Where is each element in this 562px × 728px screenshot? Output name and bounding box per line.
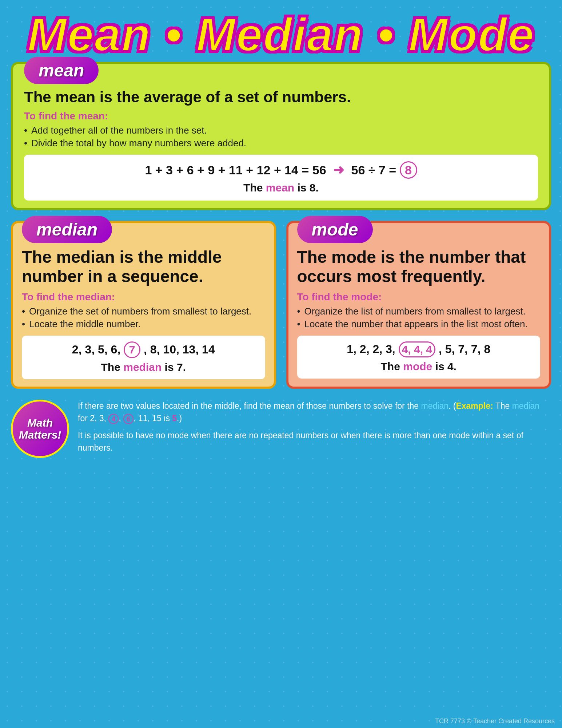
mean-badge: mean [24,57,99,84]
median-title: The median is the middle number in a seq… [22,248,265,286]
main-title: Mean • Median • Mode [7,11,555,58]
mode-bullet-1: Organize the list of numbers from smalle… [297,306,541,317]
median-middle-circled: 7 [124,341,140,358]
footer-notes: If there are two values located in the m… [78,400,551,459]
mode-group-circled: 4, 4, 4 [399,341,435,357]
mean-example-box: 1 + 3 + 6 + 9 + 11 + 12 + 14 = 56 ➜ 56 ÷… [24,155,538,201]
mean-result-suffix: is 8. [298,182,319,194]
mode-example-box: 1, 2, 2, 3, 4, 4, 4 , 5, 7, 7, 8 The mod… [297,336,541,379]
tcr-credit: TCR 7773 © Teacher Created Resources [435,717,555,725]
median-example-box: 2, 3, 5, 6, 7 , 8, 10, 13, 14 The median… [22,336,265,379]
mean-result: The mean is 8. [33,182,529,194]
mean-badge-label: mean [39,61,84,80]
footer-circled-4: 4 [108,414,119,424]
mode-bullets: Organize the list of numbers from smalle… [297,306,541,330]
footer-note1: If there are two values located in the m… [78,400,551,425]
median-result: The median is 7. [29,361,258,373]
mode-badge: mode [297,216,373,243]
mean-result-text: The [243,182,263,194]
mean-section: mean The mean is the average of a set of… [11,62,551,210]
median-badge: median [22,216,112,243]
mode-sequence: 1, 2, 2, 3, 4, 4, 4 , 5, 7, 7, 8 [304,341,533,357]
median-section: median The median is the middle number i… [11,221,276,389]
mode-bullet-2: Locate the number that appears in the li… [297,318,541,330]
median-find-label: To find the median: [22,291,265,303]
median-seq-after: , 8, 10, 13, 14 [144,343,215,356]
footer-answer-5: 5 [172,414,177,423]
mode-seq-after: , 5, 7, 7, 8 [439,343,490,356]
mean-arrow: ➜ [333,162,344,177]
mean-result-keyword: mean [266,182,294,194]
mean-bullets: Add together all of the numbers in the s… [24,125,538,149]
median-result-suffix: is 7. [165,361,186,373]
mean-title: The mean is the average of a set of numb… [24,88,538,106]
mode-title: The mode is the number that occurs most … [297,248,541,286]
mode-find-label: To find the mode: [297,291,541,303]
footer-median-highlight: median [421,401,449,411]
median-bullet-2: Locate the middle number. [22,318,265,330]
footer-example-label: Example: [456,401,493,411]
math-matters-line1: Math Matters! [19,417,61,441]
mean-formula-line: 1 + 3 + 6 + 9 + 11 + 12 + 14 = 56 ➜ 56 ÷… [33,161,529,179]
median-result-text: The [101,361,120,373]
bottom-sections: median The median is the middle number i… [11,221,551,389]
mode-section: mode The mode is the number that occurs … [286,221,551,389]
mode-result-keyword: mode [403,360,432,372]
median-bullet-1: Organize the set of numbers from smalles… [22,306,265,317]
mode-result-suffix: is 4. [435,360,457,372]
mean-bullet-2: Divide the total by how many numbers wer… [24,138,538,149]
mean-division: 56 ÷ 7 = [351,163,396,177]
mode-badge-label: mode [312,220,358,239]
mode-result-text: The [381,360,400,372]
mean-find-label: To find the mean: [24,110,538,122]
math-matters-badge: Math Matters! [11,400,69,458]
footer-note2: It is possible to have no mode when ther… [78,429,551,454]
median-result-keyword: median [123,361,162,373]
mean-answer-circled: 8 [400,161,417,179]
mean-sum-formula: 1 + 3 + 6 + 9 + 11 + 12 + 14 = 56 [145,163,326,177]
footer-median-highlight2: median [512,401,539,411]
median-badge-label: median [36,220,97,239]
median-sequence: 2, 3, 5, 6, 7 , 8, 10, 13, 14 [29,341,258,358]
median-bullets: Organize the set of numbers from smalles… [22,306,265,330]
mean-bullet-1: Add together all of the numbers in the s… [24,125,538,136]
median-seq-before: 2, 3, 5, 6, [72,343,120,356]
mode-result: The mode is 4. [304,360,533,373]
sections-container: mean The mean is the average of a set of… [0,62,562,389]
title-area: Mean • Median • Mode [0,0,562,62]
mode-seq-before: 1, 2, 2, 3, [347,343,395,356]
footer-circled-6: 6 [123,414,133,424]
footer-area: Math Matters! If there are two values lo… [0,396,562,464]
